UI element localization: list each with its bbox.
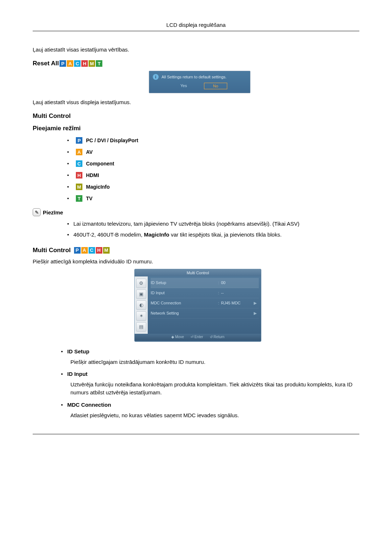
note-item: Lai izmantotu televizoru, tam jāpievieno… <box>67 220 359 228</box>
osd-panel: Multi Control ⚙ ▣ ◐ ✶ ▤ ID Setup:00ID In… <box>134 269 261 342</box>
badge-c-icon: C <box>89 247 95 254</box>
osd-row-label: Network Setting <box>151 311 216 315</box>
mode-label: AV <box>86 149 93 155</box>
osd-footer-return: ↺ Return <box>210 335 225 339</box>
osd-row: MDC Connection:RJ45 MDC▶ <box>151 298 259 308</box>
badge-a-icon: A <box>81 247 88 254</box>
osd-row: Network Setting▶ <box>151 308 259 319</box>
osd-row-value: 00 <box>221 280 254 285</box>
badge-t-icon: T <box>96 60 102 67</box>
description-title: ID Input <box>61 371 359 377</box>
reset-all-paragraph: Ļauj atiestatīt visus displeja iestatīju… <box>33 98 359 106</box>
osd-title: Multi Control <box>135 269 261 276</box>
chevron-right-icon: ▶ <box>254 311 259 316</box>
chevron-right-icon: ▶ <box>254 301 259 305</box>
description-item: MDC ConnectionAtlasiet pieslēgvietu, no … <box>61 402 359 419</box>
description-body: Uztvērēja funkciju noteikđana konkrētaja… <box>70 381 359 397</box>
note-icon: ✎ <box>33 208 41 216</box>
multi-control-2-heading: Multi Control P A C H M <box>33 247 359 254</box>
dialog-yes-button: Yes <box>172 83 195 89</box>
osd-side-icon: ▣ <box>136 290 146 299</box>
badge-h-icon: H <box>96 247 102 254</box>
mode-list: PPC / DVI / DisplayPortAAVCComponentHHDM… <box>67 137 359 202</box>
osd-row-label: ID Input <box>151 291 216 295</box>
dialog-message: All Settings return to default settings. <box>162 75 226 79</box>
description-item: ID InputUztvērēja funkciju noteikđana ko… <box>61 371 359 397</box>
footer-divider <box>33 434 359 434</box>
mode-item: TTV <box>67 195 359 202</box>
badge-c-icon: C <box>76 160 82 167</box>
dialog-no-button: No <box>204 83 227 89</box>
badge-h-icon: H <box>76 172 82 178</box>
mode-label: HDMI <box>86 172 99 178</box>
badge-p-icon: P <box>60 60 66 67</box>
mode-label: MagicInfo <box>86 184 110 190</box>
mode-item: HHDMI <box>67 172 359 178</box>
osd-row-label: MDC Connection <box>151 301 216 305</box>
osd-row-value: RJ45 MDC <box>221 301 254 305</box>
description-title: ID Setup <box>61 348 359 354</box>
osd-figure: Multi Control ⚙ ▣ ◐ ✶ ▤ ID Setup:00ID In… <box>134 269 261 342</box>
reset-all-title: Reset All <box>33 60 59 67</box>
badge-a-icon: A <box>76 149 82 155</box>
badge-p-icon: P <box>74 247 81 254</box>
osd-row: ID Input:-- <box>151 288 259 298</box>
osd-side-icon: ✶ <box>136 311 146 321</box>
multi-control-heading: Multi Control <box>33 112 359 120</box>
document-page: LCD displeja regulēšana Ļauj atiestatīt … <box>0 0 392 463</box>
description-item: ID SetupPiešķir attiecīgajam izstrādājum… <box>61 348 359 366</box>
description-body: Piešķir attiecīgajam izstrādājumam konkr… <box>70 358 359 366</box>
osd-sidebar: ⚙ ▣ ◐ ✶ ▤ <box>135 276 148 334</box>
multi-control-items: ID SetupPiešķir attiecīgajam izstrādājum… <box>61 348 359 419</box>
reset-color-paragraph: Ļauj atiestatīt visas iestatījuma vērtīb… <box>33 46 359 53</box>
osd-row: ID Setup:00 <box>151 278 259 288</box>
badge-a-icon: A <box>67 60 73 67</box>
mode-item: MMagicInfo <box>67 184 359 190</box>
badge-c-icon: C <box>74 60 81 67</box>
description-body: Atlasiet pieslēgvietu, no kuras vēlaties… <box>70 411 359 419</box>
info-icon: i <box>153 74 159 80</box>
osd-row-value: -- <box>221 291 254 295</box>
mode-item: AAV <box>67 149 359 155</box>
osd-side-icon: ◐ <box>136 300 146 310</box>
note-heading: ✎ Piezīme <box>33 208 359 216</box>
note-list: Lai izmantotu televizoru, tam jāpievieno… <box>67 220 359 239</box>
badge-m-icon: M <box>103 247 110 254</box>
badge-h-icon: H <box>81 60 88 67</box>
page-header: LCD displeja regulēšana <box>33 22 359 31</box>
mode-label: PC / DVI / DisplayPort <box>86 138 138 143</box>
osd-side-icon: ⚙ <box>136 279 146 288</box>
osd-footer-enter: ⏎ Enter <box>191 335 203 339</box>
badge-m-icon: M <box>76 184 82 190</box>
osd-row-label: ID Setup <box>151 280 216 285</box>
note-label: Piezīme <box>43 209 63 216</box>
badge-m-icon: M <box>89 60 95 67</box>
multi-control-2-title: Multi Control <box>33 247 71 254</box>
mode-item: PPC / DVI / DisplayPort <box>67 137 359 144</box>
badge-t-icon: T <box>76 195 82 202</box>
osd-rows: ID Setup:00ID Input:--MDC Connection:RJ4… <box>148 276 261 334</box>
multi-control-2-desc: Piešķir attiecīgā komplekta individuālo … <box>33 258 359 265</box>
description-title: MDC Connection <box>61 402 359 408</box>
confirm-dialog: i All Settings return to default setting… <box>149 71 250 93</box>
osd-footer: ◆ Move ⏎ Enter ↺ Return <box>135 334 261 340</box>
header-divider <box>33 31 359 31</box>
mode-item: CComponent <box>67 160 359 167</box>
badge-p-icon: P <box>76 137 82 144</box>
osd-side-icon: ▤ <box>136 322 146 332</box>
osd-footer-move: ◆ Move <box>171 335 184 339</box>
reset-all-heading: Reset All P A C H M T <box>33 60 359 67</box>
mode-label: Component <box>86 161 114 167</box>
available-modes-heading: Pieejamie režīmi <box>33 125 359 132</box>
mode-label: TV <box>86 196 93 201</box>
note-item: 460UT-2, 460UT-B modelim, MagicInfo var … <box>67 231 359 239</box>
reset-all-dialog-figure: i All Settings return to default setting… <box>149 71 250 93</box>
